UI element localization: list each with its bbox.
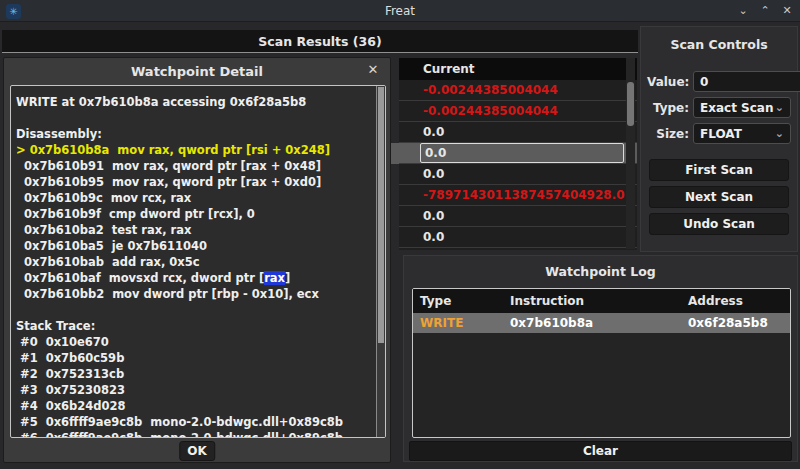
dialog-close-icon[interactable]: ✕ bbox=[365, 62, 381, 78]
selected-cell: 0.0 bbox=[420, 143, 624, 163]
log-type-cell: WRITE bbox=[420, 316, 510, 330]
scan-results-title: Scan Results (36) bbox=[258, 34, 381, 49]
value-input[interactable] bbox=[693, 71, 800, 92]
undo-scan-button[interactable]: Undo Scan bbox=[649, 213, 789, 235]
type-column-header[interactable]: Type bbox=[420, 294, 510, 308]
instruction-column-header[interactable]: Instruction bbox=[510, 294, 688, 308]
log-instruction-cell: 0x7b610b8a bbox=[510, 316, 688, 330]
watchpoint-log-row[interactable]: WRITE 0x7b610b8a 0x6f28a5b8 bbox=[413, 313, 790, 333]
first-scan-button[interactable]: First Scan bbox=[649, 159, 789, 181]
type-label: Type: bbox=[647, 101, 689, 115]
next-scan-button[interactable]: Next Scan bbox=[649, 186, 789, 208]
type-select[interactable]: Exact Scan ⌄ bbox=[693, 97, 791, 118]
window-title: Freat bbox=[0, 4, 800, 18]
current-column-header[interactable]: Current bbox=[399, 58, 637, 80]
scan-value-row[interactable]: -0.00244385004044 bbox=[399, 101, 637, 122]
chevron-down-icon: ⌄ bbox=[775, 127, 784, 140]
selected-row-stub bbox=[391, 143, 399, 164]
clear-button[interactable]: Clear bbox=[409, 441, 792, 461]
app-icon: ✳ bbox=[6, 4, 21, 19]
disassembly-line: 0x7b610b95 mov rax, qword ptr [rax + 0xd… bbox=[16, 174, 385, 190]
maximize-icon[interactable]: ⌃ bbox=[758, 4, 772, 18]
watchpoint-detail-dialog: Watchpoint Detail ✕ WRITE at 0x7b610b8a … bbox=[3, 57, 391, 463]
stack-trace-line: #2 0x752313cb bbox=[16, 366, 385, 382]
watchpoint-summary-line: WRITE at 0x7b610b8a accessing 0x6f28a5b8 bbox=[16, 94, 385, 110]
window-titlebar[interactable]: ✳ Freat ⌄ ⌃ ✕ bbox=[0, 0, 800, 22]
stack-trace-line: #3 0x75230823 bbox=[16, 382, 385, 398]
scan-results-table: Current -0.00244385004044 -0.00244385004… bbox=[399, 58, 637, 250]
minimize-icon[interactable]: ⌄ bbox=[736, 4, 750, 18]
disassembly-line-current: > 0x7b610b8a mov rax, qword ptr [rsi + 0… bbox=[16, 142, 385, 158]
disassembly-line: 0x7b610ba5 je 0x7b611040 bbox=[16, 238, 385, 254]
disassembly-line: 0x7b610bb2 mov dword ptr [rbp - 0x10], e… bbox=[16, 286, 385, 302]
watchpoint-detail-text[interactable]: WRITE at 0x7b610b8a accessing 0x6f28a5b8… bbox=[10, 85, 386, 438]
stack-trace-line: #0 0x10e670 bbox=[16, 334, 385, 350]
stack-trace-label: Stack Trace: bbox=[16, 318, 385, 334]
address-column-header[interactable]: Address bbox=[688, 294, 790, 308]
disassembly-line: 0x7b610b9c mov rcx, rax bbox=[16, 190, 385, 206]
watchpoint-log-header: Type Instruction Address bbox=[413, 289, 790, 313]
scan-results-header: Scan Results (36) bbox=[2, 30, 638, 53]
disassembly-line: 0x7b610b9f cmp dword ptr [rcx], 0 bbox=[16, 206, 385, 222]
selected-register: rax bbox=[264, 271, 285, 285]
value-label: Value: bbox=[647, 75, 689, 89]
ok-button[interactable]: OK bbox=[179, 441, 215, 461]
scan-value-row[interactable]: 0.0 bbox=[399, 206, 637, 227]
log-address-cell: 0x6f28a5b8 bbox=[688, 316, 790, 330]
disassembly-line: 0x7b610b91 mov rax, qword ptr [rax + 0x4… bbox=[16, 158, 385, 174]
scan-value-row[interactable]: 0.0 bbox=[399, 122, 637, 143]
disassembly-line: 0x7b610bab add rax, 0x5c bbox=[16, 254, 385, 270]
scan-value-row[interactable]: -0.00244385004044 bbox=[399, 80, 637, 101]
dialog-titlebar[interactable]: Watchpoint Detail ✕ bbox=[4, 58, 390, 84]
disassembly-line: 0x7b610ba2 test rax, rax bbox=[16, 222, 385, 238]
disassembly-line: 0x7b610baf movsxd rcx, dword ptr [rax] bbox=[16, 270, 385, 286]
dialog-scrollbar-handle[interactable] bbox=[378, 87, 384, 343]
scan-value-row-selected[interactable]: 0.0 bbox=[399, 143, 637, 164]
stack-trace-line: #4 0x6b24d028 bbox=[16, 398, 385, 414]
dialog-scrollbar[interactable] bbox=[376, 86, 385, 437]
stack-trace-line: #1 0x7b60c59b bbox=[16, 350, 385, 366]
watchpoint-log-panel: Watchpoint Log Type Instruction Address … bbox=[403, 255, 798, 462]
disassembly-label: Disassembly: bbox=[16, 126, 385, 142]
scan-value-row[interactable]: 0.0 bbox=[399, 164, 637, 185]
scan-results-scrollbar[interactable] bbox=[626, 58, 635, 249]
close-icon[interactable]: ✕ bbox=[780, 4, 794, 18]
watchpoint-log-table: Type Instruction Address WRITE 0x7b610b8… bbox=[412, 288, 791, 438]
scan-controls-title: Scan Controls bbox=[641, 27, 797, 52]
size-label: Size: bbox=[647, 127, 689, 141]
watchpoint-log-title: Watchpoint Log bbox=[404, 256, 797, 279]
scan-value-row[interactable]: -7897143011387457404928.0 bbox=[399, 185, 637, 206]
scan-controls-panel: Scan Controls Value: Type: Exact Scan ⌄ … bbox=[640, 26, 798, 252]
scan-value-row[interactable]: 0.0 bbox=[399, 227, 637, 248]
dialog-title: Watchpoint Detail bbox=[131, 64, 263, 79]
stack-trace-line: #6 0x6ffff9ae9c8b mono-2.0-bdwgc.dll+0x8… bbox=[16, 430, 385, 438]
stack-trace-line: #5 0x6ffff9ae9c8b mono-2.0-bdwgc.dll+0x8… bbox=[16, 414, 385, 430]
scan-results-scrollbar-handle[interactable] bbox=[627, 82, 634, 126]
chevron-down-icon: ⌄ bbox=[775, 101, 784, 114]
size-select[interactable]: FLOAT ⌄ bbox=[693, 123, 791, 144]
